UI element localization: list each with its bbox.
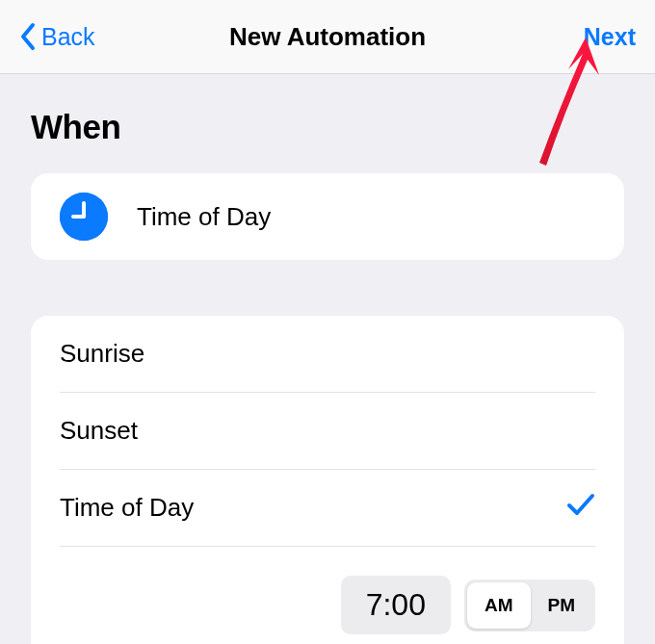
option-label: Sunrise [60, 339, 144, 369]
next-button[interactable]: Next [584, 23, 636, 51]
chevron-left-icon [19, 22, 36, 51]
option-label: Time of Day [60, 493, 194, 523]
summary-card: Time of Day [31, 173, 624, 260]
clock-icon [60, 193, 108, 241]
option-sunset[interactable]: Sunset [60, 393, 595, 470]
summary-label: Time of Day [137, 202, 271, 232]
page-title: New Automation [229, 22, 426, 52]
option-label: Sunset [60, 416, 138, 446]
pm-button[interactable]: PM [531, 582, 593, 629]
summary-row[interactable]: Time of Day [31, 173, 624, 260]
am-pm-segmented: AM PM [464, 580, 595, 631]
back-label: Back [41, 23, 95, 51]
time-value[interactable]: 7:00 [341, 576, 451, 634]
option-time-of-day[interactable]: Time of Day [60, 470, 595, 547]
am-button[interactable]: AM [467, 582, 531, 629]
time-picker-row: 7:00 AM PM [60, 547, 595, 644]
back-button[interactable]: Back [19, 22, 95, 51]
option-sunrise[interactable]: Sunrise [60, 316, 595, 393]
checkmark-icon [566, 493, 595, 523]
navigation-bar: Back New Automation Next [0, 0, 655, 74]
options-card: Sunrise Sunset Time of Day 7:00 AM PM [31, 316, 624, 644]
content: When Time of Day Sunrise Sunset Time of … [0, 108, 655, 644]
section-header: When [31, 108, 624, 146]
